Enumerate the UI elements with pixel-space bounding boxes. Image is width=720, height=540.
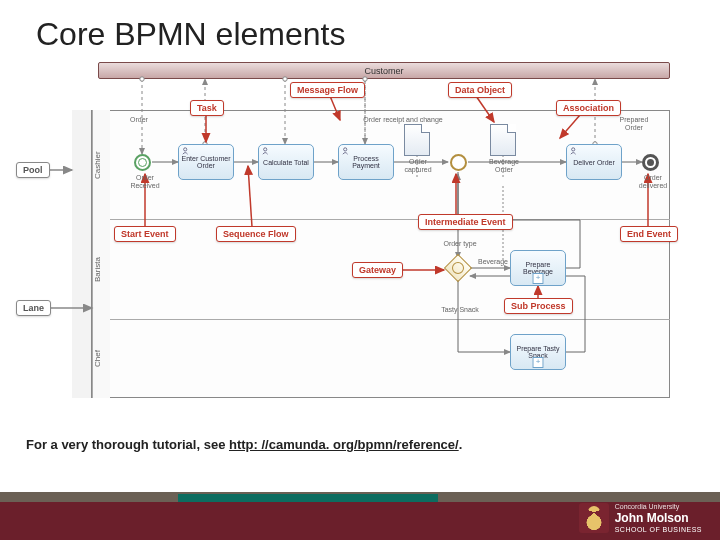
task-process-payment: Process Payment [338, 144, 394, 180]
callout-message-flow: Message Flow [290, 82, 365, 98]
slide-title: Core BPMN elements [36, 16, 345, 53]
label-order-type: Order type [438, 240, 482, 248]
logo-school: SCHOOL OF BUSINESS [615, 526, 702, 534]
logo-university: Concordia University [615, 503, 702, 511]
label-order-received: Order Received [126, 174, 164, 189]
task-calculate-total: Calculate Total [258, 144, 314, 180]
task-label: Prepare Tasty Snack [513, 345, 563, 359]
footer-bar: Concordia University John Molson SCHOOL … [0, 476, 720, 540]
lane-label: Barista [92, 220, 110, 320]
tutorial-link[interactable]: http: //camunda. org/bpmn/reference/ [229, 437, 459, 452]
callout-sub-process: Sub Process [504, 298, 573, 314]
svg-point-32 [572, 148, 575, 151]
callout-association: Association [556, 100, 621, 116]
logo-brand: John Molson [615, 511, 702, 525]
start-event [134, 154, 151, 171]
task-label: Deliver Order [573, 159, 615, 166]
label-tasty-snack: Tasty Snack [438, 306, 482, 314]
label-order-delivered: Order delivered [634, 174, 672, 189]
data-object-order [404, 124, 430, 156]
task-label: Calculate Total [263, 159, 309, 166]
label-beverage-order: Beverage Order [482, 158, 526, 173]
lane-label: Cashier [92, 110, 110, 220]
subprocess-prepare-snack: Prepare Tasty Snack [510, 334, 566, 370]
lane-label: Chef [92, 320, 110, 398]
lane-chef: Chef [92, 320, 670, 398]
label-order-captured: Order captured [398, 158, 438, 173]
callout-intermediate-event: Intermediate Event [418, 214, 513, 230]
label-prepared-order: Prepared Order [610, 116, 658, 131]
bpmn-diagram: Customer Cashier Barista Chef [20, 62, 700, 402]
footer-lead: For a very thorough tutorial, see [26, 437, 229, 452]
intermediate-event [450, 154, 467, 171]
label-order-receipt: Order receipt and change [358, 116, 448, 124]
footer-tail: . [459, 437, 463, 452]
subprocess-prepare-beverage: Prepare Beverage [510, 250, 566, 286]
task-label: Enter Customer Order [181, 155, 231, 169]
callout-sequence-flow: Sequence Flow [216, 226, 296, 242]
task-deliver-order: Deliver Order [566, 144, 622, 180]
label-order: Order [124, 116, 154, 124]
task-enter-order: Enter Customer Order [178, 144, 234, 180]
svg-point-30 [264, 148, 267, 151]
school-logo: Concordia University John Molson SCHOOL … [579, 503, 702, 534]
callout-lane: Lane [16, 300, 51, 316]
label-beverage: Beverage [474, 258, 512, 266]
data-object-beverage [490, 124, 516, 156]
callout-data-object: Data Object [448, 82, 512, 98]
external-participant: Customer [98, 62, 670, 79]
callout-gateway: Gateway [352, 262, 403, 278]
footer-caption: For a very thorough tutorial, see http: … [26, 437, 462, 452]
task-label: Prepare Beverage [513, 261, 563, 275]
logo-icon [579, 503, 609, 533]
callout-end-event: End Event [620, 226, 678, 242]
end-event [642, 154, 659, 171]
callout-pool: Pool [16, 162, 50, 178]
svg-point-29 [184, 148, 187, 151]
callout-start-event: Start Event [114, 226, 176, 242]
svg-point-31 [344, 148, 347, 151]
task-label: Process Payment [341, 155, 391, 169]
pool-title-strip [72, 110, 92, 398]
callout-task: Task [190, 100, 224, 116]
logo-text: Concordia University John Molson SCHOOL … [615, 503, 702, 534]
